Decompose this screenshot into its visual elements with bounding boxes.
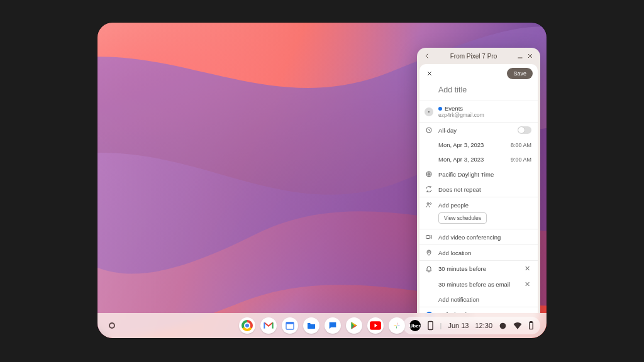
bell-icon: [425, 265, 433, 273]
svg-point-10: [500, 322, 506, 329]
messages-icon: [328, 321, 338, 331]
app-files[interactable]: [303, 317, 319, 334]
all-day-label: All-day: [438, 127, 513, 134]
end-time[interactable]: 9:00 AM: [511, 156, 531, 163]
launcher-button[interactable]: [103, 316, 121, 335]
app-calendar[interactable]: [282, 317, 298, 334]
app-messages[interactable]: [325, 317, 341, 334]
globe-icon: [425, 170, 433, 178]
svg-point-2: [427, 203, 429, 205]
youtube-icon: [370, 321, 381, 330]
notification-2-label: 30 minutes before as email: [438, 281, 518, 288]
tray-time: 12:30: [475, 322, 492, 329]
chrome-icon: [242, 320, 253, 331]
photos-icon: [392, 321, 402, 331]
status-tray[interactable]: Uber | Jun 13 12:30: [403, 317, 540, 334]
phone-hub-app-badge[interactable]: Uber: [409, 320, 421, 331]
end-date[interactable]: Mon, Apr 3, 2023: [438, 156, 506, 163]
svg-rect-4: [426, 236, 430, 239]
add-location-row[interactable]: Add location: [419, 245, 538, 260]
start-time[interactable]: 8:00 AM: [511, 142, 531, 148]
svg-point-3: [430, 203, 431, 205]
app-chrome[interactable]: [239, 317, 255, 334]
people-icon: [425, 201, 433, 209]
add-conferencing-row[interactable]: Add video conferencing: [419, 229, 538, 244]
close-editor-button[interactable]: [425, 69, 435, 79]
shelf: Uber | Jun 13 12:30: [97, 313, 547, 338]
wifi-icon: [513, 322, 522, 329]
files-icon: [306, 321, 316, 331]
event-title-input[interactable]: Add title: [419, 80, 538, 101]
repeat-label: Does not repeat: [438, 186, 531, 193]
app-play[interactable]: [346, 317, 362, 334]
svg-rect-12: [530, 322, 532, 322]
all-day-row[interactable]: All-day: [419, 123, 538, 138]
add-notification-row[interactable]: Add notification: [419, 292, 538, 307]
calendar-name: Events: [445, 105, 463, 112]
battery-icon: [528, 321, 534, 330]
save-button[interactable]: Save: [507, 68, 533, 79]
svg-rect-11: [530, 322, 533, 329]
app-youtube[interactable]: [367, 317, 384, 334]
svg-point-5: [428, 251, 430, 253]
phone-stream-window: From Pixel 7 Pro Save Add title • Events: [417, 48, 540, 324]
play-icon: [350, 321, 358, 331]
back-button[interactable]: [422, 51, 432, 61]
all-day-toggle[interactable]: [518, 126, 531, 134]
tray-date: Jun 13: [448, 322, 469, 329]
add-people-label: Add people: [438, 202, 531, 209]
app-gmail[interactable]: [260, 317, 277, 334]
calendar-event-editor: Save Add title • Events ezp4rk@gmail.com…: [419, 64, 538, 322]
notification-row-2[interactable]: 30 minutes before as email ✕: [419, 277, 538, 292]
add-people-row[interactable]: Add people: [419, 197, 538, 212]
repeat-icon: [425, 185, 433, 193]
app-photos[interactable]: [389, 317, 405, 334]
svg-rect-7: [286, 322, 294, 324]
repeat-row[interactable]: Does not repeat: [419, 182, 538, 197]
network-icon: [499, 322, 507, 330]
timezone-label: Pacific Daylight Time: [438, 171, 531, 178]
close-window-button[interactable]: [525, 51, 535, 61]
minimize-button[interactable]: [515, 51, 525, 61]
shelf-apps: [239, 317, 405, 334]
svg-rect-9: [428, 321, 432, 329]
start-datetime-row[interactable]: Mon, Apr 3, 2023 8:00 AM: [419, 138, 538, 152]
calendar-account-email: ezp4rk@gmail.com: [438, 112, 531, 118]
window-title: From Pixel 7 Pro: [432, 53, 515, 60]
video-icon: [425, 233, 433, 241]
location-icon: [425, 249, 433, 256]
start-date[interactable]: Mon, Apr 3, 2023: [438, 141, 506, 148]
notification-row-1[interactable]: 30 minutes before ✕: [419, 261, 538, 277]
notification-1-label: 30 minutes before: [438, 265, 518, 272]
view-schedules-button[interactable]: View schedules: [438, 212, 487, 224]
phone-icon: [427, 321, 434, 331]
end-datetime-row[interactable]: Mon, Apr 3, 2023 9:00 AM: [419, 152, 538, 167]
calendar-icon: [285, 321, 295, 331]
remove-notification-1[interactable]: ✕: [523, 265, 531, 273]
desktop: From Pixel 7 Pro Save Add title • Events: [97, 23, 547, 338]
window-titlebar[interactable]: From Pixel 7 Pro: [417, 48, 540, 64]
calendar-account-row[interactable]: • Events ezp4rk@gmail.com: [419, 101, 538, 122]
gmail-icon: [264, 322, 274, 329]
add-location-label: Add location: [438, 250, 531, 256]
clock-icon: [425, 126, 433, 134]
remove-notification-2[interactable]: ✕: [523, 280, 531, 288]
add-conferencing-label: Add video conferencing: [438, 234, 531, 241]
add-notification-label: Add notification: [438, 296, 531, 303]
timezone-row[interactable]: Pacific Daylight Time: [419, 167, 538, 182]
account-avatar: •: [425, 107, 433, 116]
